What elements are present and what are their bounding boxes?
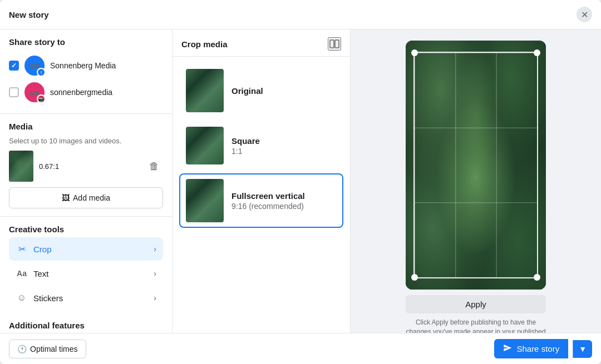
apply-hint-text: Click Apply before publishing to have th…	[403, 318, 548, 333]
crop-chevron-icon: ›	[154, 245, 156, 253]
text-tool-icon: Aa	[16, 267, 28, 280]
story-preview-phone	[406, 41, 546, 290]
media-subtitle: Select up to 10 images and videos.	[9, 137, 163, 145]
crop-ratio-square: 1:1	[231, 147, 260, 156]
right-panel: Apply Click Apply before publishing to h…	[351, 29, 601, 333]
left-panel: Share story to SM f Sonnenberg Media sm	[0, 29, 173, 333]
crop-handle-top-left[interactable]	[411, 49, 418, 56]
stickers-tool-label: Stickers	[33, 293, 63, 303]
crop-handle-bottom-left[interactable]	[411, 274, 418, 281]
media-thumbnail	[9, 151, 33, 182]
share-section: Share story to SM f Sonnenberg Media sm	[0, 29, 172, 114]
account-item-facebook[interactable]: SM f Sonnenberg Media	[9, 52, 163, 79]
stickers-chevron-icon: ›	[154, 293, 156, 302]
tool-item-crop[interactable]: ✂ Crop ›	[9, 237, 163, 261]
modal-footer: 🕐 Optimal times Share story ▼	[0, 333, 601, 364]
modal-title: New story	[9, 10, 49, 19]
creative-tools-section: Creative tools ✂ Crop › Aa Text ›	[0, 217, 172, 313]
crop-info-original: Original	[231, 86, 263, 96]
crop-option-square[interactable]: Square 1:1	[179, 121, 343, 170]
additional-features-title: Additional features	[0, 313, 172, 333]
account-name-instagram: sonnenbergmedia	[50, 88, 112, 97]
account-checkbox-facebook[interactable]	[9, 61, 19, 71]
media-ratio-label: 0.67:1	[39, 162, 140, 171]
account-item-instagram[interactable]: sm 📷 sonnenbergmedia	[9, 79, 163, 106]
share-story-dropdown-button[interactable]: ▼	[573, 340, 592, 358]
close-button[interactable]: ✕	[577, 7, 592, 22]
text-chevron-icon: ›	[154, 269, 156, 278]
crop-info-fullscreen: Fullscreen vertical 9:16 (recommended)	[231, 191, 305, 211]
chevron-down-icon: ▼	[579, 345, 587, 353]
trash-icon: 🗑	[149, 161, 159, 172]
account-avatar-instagram: sm 📷	[24, 82, 45, 102]
media-section: Media Select up to 10 images and videos.…	[0, 114, 172, 217]
crop-info-square: Square 1:1	[231, 136, 260, 156]
crop-name-fullscreen: Fullscreen vertical	[231, 191, 305, 201]
crop-name-original: Original	[231, 86, 263, 96]
crop-thumb-fullscreen-image	[186, 179, 224, 222]
creative-tools-title: Creative tools	[9, 225, 163, 234]
footer-left: 🕐 Optimal times	[9, 340, 86, 358]
media-section-title: Media	[9, 122, 163, 131]
media-preview: 0.67:1 🗑	[9, 151, 163, 182]
modal-header: New story ✕	[0, 0, 601, 29]
facebook-badge-icon: f	[37, 68, 46, 77]
tool-left-text: Aa Text	[16, 267, 49, 280]
tool-left-crop: ✂ Crop	[16, 243, 52, 255]
apply-button[interactable]: Apply	[406, 295, 546, 313]
crop-thumb-fullscreen	[186, 179, 224, 222]
crop-grid-overlay	[413, 52, 538, 278]
tool-item-text[interactable]: Aa Text ›	[9, 262, 163, 285]
middle-panel: Crop media Original	[173, 29, 351, 333]
crop-ratio-fullscreen: 9:16 (recommended)	[231, 202, 305, 211]
crop-handle-top-right[interactable]	[534, 49, 540, 56]
share-section-title: Share story to	[9, 37, 163, 47]
optimal-times-button[interactable]: 🕐 Optimal times	[9, 340, 86, 358]
crop-option-original[interactable]: Original	[179, 63, 343, 118]
crop-handle-bottom-right[interactable]	[534, 274, 540, 281]
svg-rect-0	[330, 40, 334, 48]
story-preview-image	[406, 41, 546, 290]
crop-name-square: Square	[231, 136, 260, 146]
split-view-button[interactable]	[328, 37, 341, 51]
account-avatar-facebook: SM f	[24, 56, 45, 76]
media-thumb-image	[9, 151, 33, 182]
crop-thumb-square	[186, 127, 224, 164]
crop-options-list: Original Square 1:1	[173, 57, 350, 333]
split-icon-svg	[329, 38, 340, 49]
delete-media-button[interactable]: 🗑	[145, 157, 163, 175]
crop-option-fullscreen[interactable]: Fullscreen vertical 9:16 (recommended)	[179, 173, 343, 228]
add-media-label: Add media	[73, 193, 110, 202]
close-icon: ✕	[581, 9, 588, 20]
tool-item-stickers[interactable]: ☺ Stickers ›	[9, 286, 163, 310]
share-story-label: Share story	[516, 344, 559, 353]
crop-header: Crop media	[173, 29, 350, 57]
crop-thumb-original-image	[186, 69, 224, 112]
add-media-button[interactable]: 🖼 Add media	[9, 187, 163, 208]
crop-thumb-square-image	[186, 127, 224, 164]
instagram-badge-icon: 📷	[37, 94, 46, 103]
crop-thumb-original	[186, 69, 224, 112]
account-name-facebook: Sonnenberg Media	[50, 61, 116, 70]
account-checkbox-instagram[interactable]	[9, 87, 19, 97]
share-story-button[interactable]: Share story	[494, 339, 568, 358]
new-story-modal: New story ✕ Share story to SM f Sonnenbe…	[0, 0, 601, 364]
share-plane-icon	[503, 343, 512, 354]
text-tool-label: Text	[33, 269, 49, 278]
add-media-icon: 🖼	[62, 193, 70, 202]
svg-rect-1	[335, 40, 339, 48]
modal-body: Share story to SM f Sonnenberg Media sm	[0, 29, 601, 333]
clock-icon: 🕐	[17, 345, 27, 353]
stickers-tool-icon: ☺	[16, 292, 28, 304]
tool-left-stickers: ☺ Stickers	[16, 292, 63, 304]
crop-tool-icon: ✂	[16, 243, 28, 255]
optimal-times-label: Optimal times	[30, 345, 78, 353]
crop-tool-label: Crop	[33, 245, 52, 254]
crop-media-title: Crop media	[181, 39, 228, 49]
